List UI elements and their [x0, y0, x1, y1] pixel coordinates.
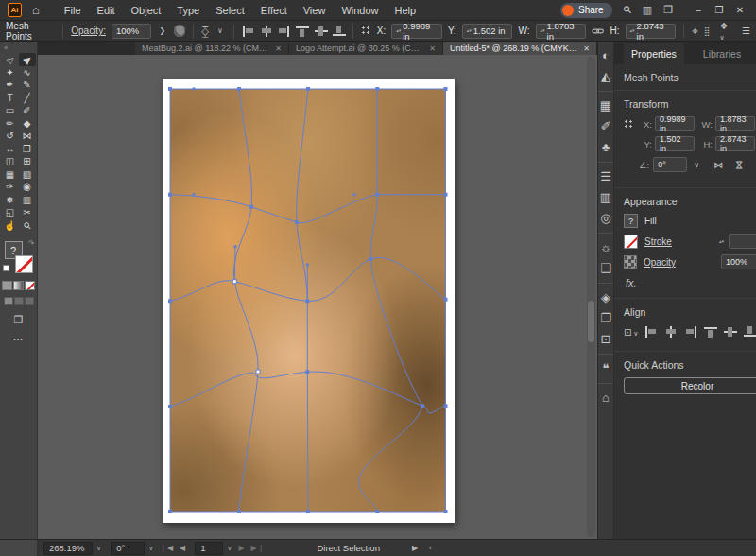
opacity-dropdown-icon[interactable]: ❯	[157, 24, 167, 39]
toolbar-collapse-icon[interactable]: «	[0, 43, 8, 51]
stroke-swatch[interactable]	[15, 255, 33, 273]
tab-meatbug[interactable]: MeatBug.2.ai @ 118.22 % (CMYK/Preview) ✕	[135, 42, 289, 55]
home-icon[interactable]: ⌂	[32, 3, 40, 17]
y-field[interactable]: ▴▾1.502 in	[462, 24, 513, 39]
w-field[interactable]: 1.8783 in	[715, 116, 755, 131]
grid-options-icon[interactable]: ⣿	[704, 26, 711, 36]
color-guide-panel-icon[interactable]: ◭	[601, 70, 610, 83]
rotation-field[interactable]: 0°	[653, 157, 687, 172]
flip-horizontal-icon[interactable]: ⋈	[713, 160, 723, 170]
brushes-panel-icon[interactable]: ✐	[601, 120, 611, 133]
align-top-icon[interactable]	[296, 26, 308, 37]
status-expand-icon[interactable]: ▶	[412, 544, 418, 552]
y-field[interactable]: 1.502 in	[655, 136, 695, 151]
align-to-icon[interactable]: ⊡ ∨	[624, 327, 638, 338]
artboard-dropdown-icon[interactable]: ∨	[223, 545, 235, 552]
w-field[interactable]: ▴▾1.8783 in	[536, 24, 587, 39]
menu-view[interactable]: View	[303, 5, 326, 16]
search-icon[interactable]: ⚲	[620, 3, 634, 17]
artboards-panel-icon[interactable]: ⊡	[601, 333, 611, 346]
align-middle-icon[interactable]	[315, 26, 327, 37]
tool-blend[interactable]: ◉	[19, 181, 36, 194]
fill-label[interactable]: Fill	[644, 216, 657, 226]
symbols-panel-icon[interactable]: ♣	[602, 141, 610, 154]
none-button[interactable]	[25, 281, 35, 290]
align-bottom-icon[interactable]	[333, 26, 345, 37]
libraries-panel-icon[interactable]: ⌂	[602, 391, 610, 405]
stroke-panel-icon[interactable]: ☰	[600, 170, 611, 183]
rotation-field[interactable]: 0°	[111, 542, 145, 555]
tool-reflect[interactable]: ⋈	[19, 130, 36, 143]
align-left-icon[interactable]	[644, 326, 658, 338]
opacity-field[interactable]: 100%	[721, 254, 756, 269]
opacity-field[interactable]: 100%	[112, 24, 151, 39]
tool-shaper[interactable]: ✏	[2, 117, 19, 130]
stroke-label[interactable]: Stroke	[644, 236, 672, 247]
tool-free-transform[interactable]: ❒	[19, 143, 36, 156]
transform-dropdown-icon[interactable]: ∨	[215, 24, 225, 39]
minimize-button[interactable]: –	[688, 5, 709, 15]
screen-mode-icon[interactable]: ❐	[14, 314, 24, 326]
canvas[interactable]	[38, 55, 597, 539]
document-layout-icon[interactable]: ❐	[663, 4, 673, 16]
first-artboard-icon[interactable]: ❘◀	[160, 544, 174, 552]
x-field[interactable]: 0.9989 in	[655, 116, 695, 131]
panel-list-icon[interactable]: ☰	[742, 26, 750, 36]
tab-close-icon[interactable]: ✕	[583, 44, 590, 53]
tool-shape-builder[interactable]: ◫	[2, 155, 19, 168]
draw-inside-button[interactable]	[25, 297, 34, 305]
tool-gradient[interactable]: ▧	[19, 168, 36, 182]
share-button[interactable]: Share	[560, 3, 612, 18]
zoom-dropdown-icon[interactable]: ∨	[93, 545, 105, 552]
recolor-icon[interactable]	[174, 25, 185, 37]
workspace-icon[interactable]: ❖ ∨	[720, 21, 732, 42]
gradient-panel-icon[interactable]: ▥	[600, 191, 611, 204]
menu-effect[interactable]: Effect	[261, 5, 287, 16]
vertical-scrollbar[interactable]	[587, 57, 595, 537]
tool-artboard[interactable]: ◱	[2, 206, 19, 219]
gradient-button[interactable]	[13, 281, 24, 290]
tab-properties[interactable]: Properties	[624, 43, 684, 64]
tab-close-icon[interactable]: ✕	[275, 44, 282, 53]
tool-mesh[interactable]: ▦	[2, 168, 19, 182]
tool-eraser[interactable]: ◆	[19, 117, 36, 130]
fx-button[interactable]: fx.	[624, 275, 756, 294]
align-middle-icon[interactable]	[724, 326, 737, 338]
tool-rotate[interactable]: ↺	[2, 130, 19, 143]
opacity-label[interactable]: Opacity	[644, 257, 676, 268]
align-center-icon[interactable]	[260, 26, 272, 37]
swap-fill-stroke-icon[interactable]: ↷	[28, 239, 35, 248]
stroke-swatch[interactable]	[624, 235, 638, 249]
color-panel-icon[interactable]: ◐	[602, 49, 610, 62]
menu-help[interactable]: Help	[395, 5, 417, 16]
recolor-button[interactable]: Recolor	[624, 377, 756, 394]
tool-type[interactable]: T	[2, 92, 19, 105]
status-collapse-icon[interactable]: ‹	[429, 544, 432, 552]
appearance-panel-icon[interactable]: ☼	[600, 241, 611, 254]
draw-behind-button[interactable]	[14, 297, 24, 305]
swatches-panel-icon[interactable]: ▦	[600, 99, 611, 113]
arrange-documents-icon[interactable]: ▥	[643, 4, 652, 16]
tool-symbol-sprayer[interactable]: ❅	[2, 194, 19, 207]
opacity-icon[interactable]	[624, 255, 637, 269]
reference-point-icon[interactable]	[361, 26, 370, 36]
reference-point-icon[interactable]	[624, 119, 634, 130]
menu-select[interactable]: Select	[215, 5, 245, 16]
tool-width[interactable]: ↔	[2, 143, 19, 156]
tool-rectangle[interactable]: ▭	[2, 104, 19, 117]
free-transform-icon[interactable]: ⌖	[692, 25, 698, 38]
fill-swatch[interactable]: ?	[624, 214, 638, 228]
artboard-number-field[interactable]: 1	[195, 542, 223, 555]
tool-eyedropper[interactable]: ✑	[2, 181, 19, 194]
flip-vertical-icon[interactable]: ⋈	[734, 160, 745, 169]
next-artboard-icon[interactable]: ▶	[238, 544, 245, 552]
tool-hand[interactable]: ☝	[2, 219, 19, 233]
link-dimensions-icon[interactable]	[592, 25, 604, 38]
app-icon[interactable]: Ai	[8, 3, 22, 17]
artboard[interactable]	[163, 79, 455, 523]
align-left-icon[interactable]	[242, 26, 254, 37]
stroke-weight-field[interactable]	[729, 234, 756, 249]
align-right-icon[interactable]	[684, 326, 697, 338]
tool-paintbrush[interactable]: ✐	[19, 104, 36, 117]
tool-graph[interactable]: ▥	[19, 194, 36, 207]
